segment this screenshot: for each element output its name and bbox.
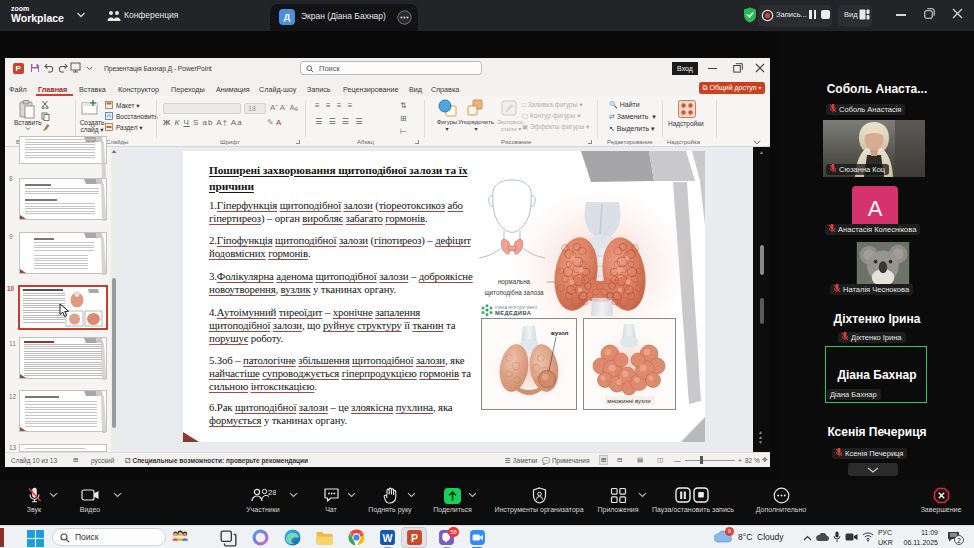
svg-text:щитоподібна залоза: щитоподібна залоза — [484, 289, 544, 297]
svg-text:вузол: вузол — [551, 329, 569, 336]
svg-text:МЕДЕДИВА: МЕДЕДИВА — [495, 310, 532, 316]
svg-text:нормальна: нормальна — [498, 278, 531, 286]
svg-text:28: 28 — [268, 488, 276, 497]
svg-text:P: P — [411, 532, 418, 544]
svg-text:множинні вузли: множинні вузли — [607, 398, 650, 404]
svg-text:W: W — [382, 532, 392, 544]
